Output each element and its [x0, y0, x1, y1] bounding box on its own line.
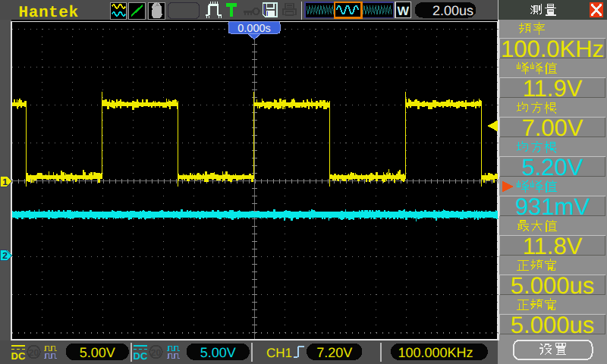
svg-text:Hantek: Hantek — [19, 5, 79, 22]
svg-text:W: W — [398, 5, 410, 18]
svg-text:11.9V: 11.9V — [523, 75, 583, 102]
svg-text:DC: DC — [11, 350, 26, 362]
svg-text:5.000us: 5.000us — [511, 312, 594, 338]
svg-text:7.00V: 7.00V — [521, 115, 583, 141]
svg-text:20: 20 — [151, 347, 162, 358]
svg-text:11.8V: 11.8V — [523, 233, 583, 259]
svg-text:2.00us: 2.00us — [432, 3, 473, 18]
svg-text:DC: DC — [134, 350, 148, 362]
svg-text:100.0KHz: 100.0KHz — [501, 36, 604, 62]
svg-text:5.000us: 5.000us — [511, 272, 594, 299]
svg-text:931mV: 931mV — [515, 193, 590, 220]
svg-text:100.000KHz: 100.000KHz — [398, 345, 473, 360]
svg-text:5.00V: 5.00V — [80, 345, 115, 360]
svg-text:7.20V: 7.20V — [316, 345, 352, 360]
svg-text:0.000s: 0.000s — [237, 23, 271, 35]
svg-text:5.00V: 5.00V — [200, 345, 236, 360]
svg-text:1: 1 — [2, 177, 8, 187]
svg-text:20: 20 — [29, 347, 39, 358]
svg-text:5.20V: 5.20V — [521, 154, 583, 180]
svg-text:CH1: CH1 — [266, 346, 292, 360]
svg-text:2: 2 — [2, 250, 8, 261]
